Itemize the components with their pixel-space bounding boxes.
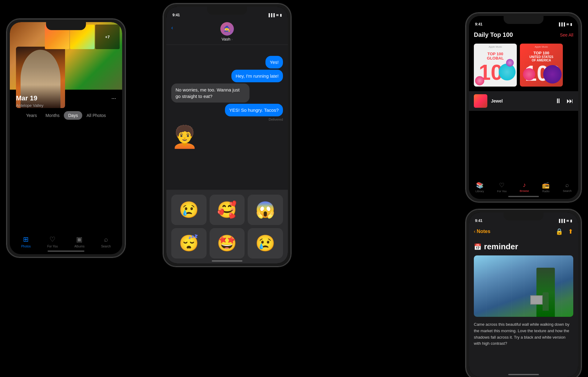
nav-music-foryou[interactable]: ♡ For You [497, 181, 507, 193]
mute-button-music[interactable] [465, 44, 466, 56]
person-silhouette [543, 292, 549, 311]
nav-albums[interactable]: ▣ Albums [74, 235, 84, 248]
phone-notes: 9:41 ▐▐▐ ≋ ▮ ‹ Notes 🔒 ⬆ [465, 209, 582, 377]
global-text: GLOBAL [487, 56, 504, 60]
nav-foryou-label: For You [47, 245, 58, 248]
share-icon[interactable]: ⬆ [568, 228, 573, 235]
notes-action-icons: 🔒 ⬆ [555, 228, 573, 235]
nav-photos-label: Photos [21, 245, 31, 248]
nav-foryou[interactable]: ♡ For You [47, 235, 58, 248]
options-menu-icon[interactable]: ··· [111, 95, 116, 102]
filter-tab-months[interactable]: Months [41, 111, 64, 120]
memoji-sticker[interactable]: 🧑‍🦱 [171, 124, 283, 150]
message-bubble-tacos: YES! So hungry. Tacos? [171, 104, 283, 116]
forward-button[interactable]: ⏭ [567, 97, 573, 105]
usa-top100-text: TOP 100 [529, 51, 553, 55]
search-icon: ⌕ [104, 235, 108, 243]
notes-screen: 9:41 ▐▐▐ ≋ ▮ ‹ Notes 🔒 ⬆ [469, 212, 578, 377]
status-icons: ▐▐▐ ≋ ▮ [268, 13, 282, 17]
power-button[interactable] [125, 56, 126, 77]
power-button-music[interactable] [581, 50, 582, 71]
notch-notes [504, 212, 544, 220]
power-button-notes[interactable] [581, 246, 582, 268]
nav-photos[interactable]: ⊞ Photos [21, 235, 31, 248]
music-bottom-nav: 📚 Library ♡ For You ♪ Browse 📻 Radio ⌕ [469, 181, 578, 193]
contact-name[interactable]: Vash › [222, 37, 233, 41]
photos-hero-image: +7 [10, 22, 122, 90]
back-button[interactable]: ‹ [171, 25, 173, 31]
note-body-text: Came across this beautiful wall while wa… [474, 321, 573, 347]
memoji-picker-grid: 😢 🥰 😱 😴 🤩 😢 [166, 190, 288, 263]
nav-radio[interactable]: 📻 Radio [542, 181, 550, 193]
volume-up-button[interactable] [6, 67, 7, 85]
volume-down-button[interactable] [6, 90, 7, 108]
volume-down-msg[interactable] [163, 74, 163, 93]
memoji-hearts[interactable]: 🥰 [210, 195, 245, 225]
delivered-status: Delivered [171, 118, 283, 121]
music-battery-icon: ▮ [570, 22, 572, 26]
filter-tab-allphotos[interactable]: All Photos [82, 111, 110, 120]
filter-tab-years[interactable]: Years [22, 111, 41, 120]
volume-down-music[interactable] [465, 84, 466, 102]
power-button-msg[interactable] [291, 41, 292, 62]
mute-button-msg[interactable] [163, 34, 163, 47]
library-icon: 📚 [476, 181, 484, 189]
notes-back-label: Notes [477, 229, 490, 234]
music-status-icons: ▐▐▐ ≋ ▮ [558, 22, 572, 26]
contact-avatar[interactable]: 🧙 [220, 22, 234, 36]
filter-tab-days[interactable]: Days [64, 111, 82, 120]
notes-battery: ▮ [570, 219, 572, 223]
notes-signal: ▐▐▐ [558, 219, 565, 223]
notes-header: ‹ Notes 🔒 ⬆ [474, 228, 573, 235]
volume-up-msg[interactable] [163, 51, 163, 70]
top100-usa-card[interactable]: Apple Music TOP 100 UNITED STATES OF AME… [520, 44, 563, 87]
music-search-label: Search [563, 189, 572, 192]
library-label: Library [475, 190, 484, 193]
notch-music [504, 16, 544, 24]
see-all-button[interactable]: See All [560, 33, 573, 37]
teal-circle-decoration [499, 64, 516, 80]
home-indicator-messages [212, 260, 242, 262]
pink-circle-decoration [475, 76, 484, 85]
volume-down-notes[interactable] [465, 280, 466, 298]
window-in-image [530, 295, 543, 305]
thumbnail-more[interactable]: +7 [95, 25, 120, 49]
bubble-late: Hey, I'm running late! [231, 70, 283, 82]
playback-controls: ⏸ ⏭ [555, 97, 573, 105]
mute-button-notes[interactable] [465, 240, 466, 252]
nav-library[interactable]: 📚 Library [475, 181, 484, 193]
home-indicator [48, 251, 84, 252]
top100-global-card[interactable]: Apple Music TOP 100 GLOBAL 100 [474, 44, 517, 87]
global-card-label: Apple Music [489, 45, 502, 48]
now-playing-bar[interactable]: Jewel ⏸ ⏭ [469, 91, 578, 111]
photos-bottom-nav: ⊞ Photos ♡ For You ▣ Albums ⌕ Search [10, 235, 122, 248]
nav-search[interactable]: ⌕ Search [101, 235, 111, 248]
memoji-sad[interactable]: 😢 [248, 228, 283, 258]
message-header: ‹ 🧙 Vash › [166, 22, 288, 45]
notes-attached-image[interactable] [474, 255, 573, 317]
memoji-star[interactable]: 🤩 [210, 228, 245, 258]
pause-button[interactable]: ⏸ [555, 97, 562, 105]
phone-messages: 9:41 ▐▐▐ ≋ ▮ ‹ 🧙 Vash › Yes! [163, 3, 292, 267]
signal-icon: ▐▐▐ [268, 13, 275, 17]
usa-text: UNITED STATES OF AMERICA [529, 55, 553, 62]
nav-browse[interactable]: ♪ Browse [520, 181, 529, 193]
browse-label: Browse [520, 189, 529, 192]
daily-top-100-title: Daily Top 100 [474, 31, 513, 38]
radio-icon: 📻 [542, 181, 550, 189]
mute-button[interactable] [6, 50, 7, 62]
notes-back-button[interactable]: ‹ Notes [474, 229, 490, 234]
photos-icon: ⊞ [23, 235, 29, 243]
nav-music-search[interactable]: ⌕ Search [563, 181, 572, 193]
volume-up-notes[interactable] [465, 257, 466, 275]
volume-up-music[interactable] [465, 60, 466, 79]
memoji-sleeping[interactable]: 😴 [171, 228, 207, 258]
photos-location: Antelope Valley [16, 103, 43, 108]
note-calendar-emoji: 📅 [474, 243, 482, 251]
global-top100-text: TOP 100 [487, 52, 504, 56]
memoji-crying[interactable]: 😢 [171, 195, 207, 225]
memoji-shocked[interactable]: 😱 [248, 195, 283, 225]
photos-screen: +7 Mar 19 Antelope Valley ··· Years Mont… [10, 22, 122, 254]
albums-icon: ▣ [76, 235, 83, 243]
collaborator-icon[interactable]: 🔒 [555, 228, 563, 235]
